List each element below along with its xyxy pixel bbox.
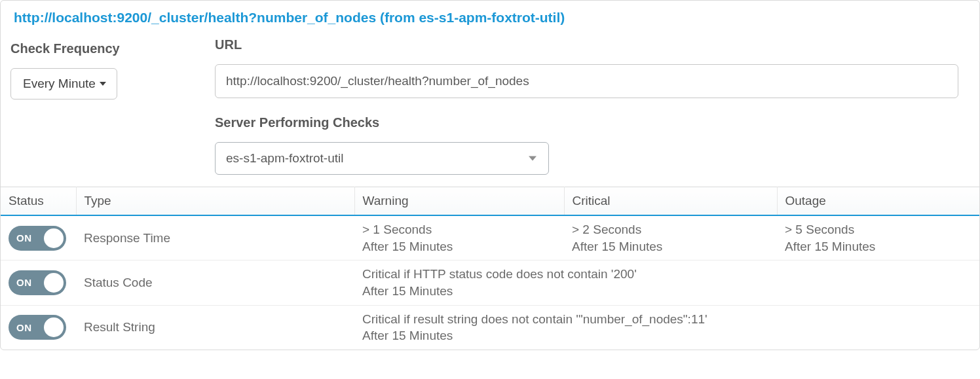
frequency-value: Every Minute	[23, 77, 96, 91]
condition-line2: After 15 Minutes	[362, 283, 979, 300]
toggle-knob-icon	[44, 317, 64, 337]
check-type: Response Time	[76, 215, 354, 261]
col-header-outage[interactable]: Outage	[777, 187, 979, 216]
critical-line1: > 2 Seconds	[572, 221, 777, 238]
frequency-label: Check Frequency	[10, 41, 207, 56]
warning-line2: After 15 Minutes	[362, 238, 564, 255]
outage-line1: > 5 Seconds	[785, 221, 979, 238]
warning-cell: > 1 Seconds After 15 Minutes	[354, 215, 564, 261]
status-toggle[interactable]: ON	[9, 315, 66, 340]
check-type: Result String	[76, 305, 354, 350]
caret-down-icon	[100, 82, 106, 86]
server-select[interactable]: es-s1-apm-foxtrot-util	[215, 142, 549, 175]
toggle-on-label: ON	[9, 322, 32, 333]
condition-line1: Critical if HTTP status code does not co…	[362, 266, 979, 283]
spanning-condition-cell: Critical if HTTP status code does not co…	[354, 261, 979, 305]
table-row: ON Status Code Critical if HTTP status c…	[1, 261, 979, 305]
toggle-on-label: ON	[9, 232, 32, 244]
spanning-condition-cell: Critical if result string does not conta…	[354, 305, 979, 350]
thresholds-table: Status Type Warning Critical Outage ON R…	[1, 187, 979, 350]
server-label: Server Performing Checks	[215, 115, 958, 130]
config-top-section: Check Frequency Every Minute URL Server …	[1, 31, 979, 187]
check-config-card: http://localhost:9200/_cluster/health?nu…	[0, 0, 980, 350]
table-row: ON Response Time > 1 Seconds After 15 Mi…	[1, 215, 979, 261]
condition-line1: Critical if result string does not conta…	[362, 311, 979, 328]
table-row: ON Result String Critical if result stri…	[1, 305, 979, 350]
url-label: URL	[215, 37, 958, 52]
frequency-dropdown[interactable]: Every Minute	[10, 68, 117, 99]
col-header-critical[interactable]: Critical	[564, 187, 777, 216]
server-select-value: es-s1-apm-foxtrot-util	[226, 151, 344, 166]
warning-line1: > 1 Seconds	[362, 221, 564, 238]
card-title[interactable]: http://localhost:9200/_cluster/health?nu…	[1, 1, 979, 31]
toggle-on-label: ON	[9, 277, 32, 288]
critical-line2: After 15 Minutes	[572, 238, 777, 255]
table-header-row: Status Type Warning Critical Outage	[1, 187, 979, 216]
critical-cell: > 2 Seconds After 15 Minutes	[564, 215, 777, 261]
status-toggle[interactable]: ON	[9, 226, 66, 251]
toggle-knob-icon	[44, 228, 64, 248]
col-header-type[interactable]: Type	[76, 187, 354, 216]
col-header-warning[interactable]: Warning	[354, 187, 564, 216]
toggle-knob-icon	[44, 273, 64, 293]
outage-cell: > 5 Seconds After 15 Minutes	[777, 215, 979, 261]
url-input[interactable]	[215, 64, 958, 98]
status-toggle[interactable]: ON	[9, 270, 66, 295]
caret-down-icon	[529, 156, 537, 161]
col-header-status[interactable]: Status	[1, 187, 76, 216]
check-type: Status Code	[76, 261, 354, 305]
main-column: URL Server Performing Checks es-s1-apm-f…	[207, 31, 979, 175]
condition-line2: After 15 Minutes	[362, 327, 979, 344]
server-select-wrap: es-s1-apm-foxtrot-util	[215, 142, 549, 175]
outage-line2: After 15 Minutes	[785, 238, 979, 255]
frequency-column: Check Frequency Every Minute	[1, 31, 207, 99]
